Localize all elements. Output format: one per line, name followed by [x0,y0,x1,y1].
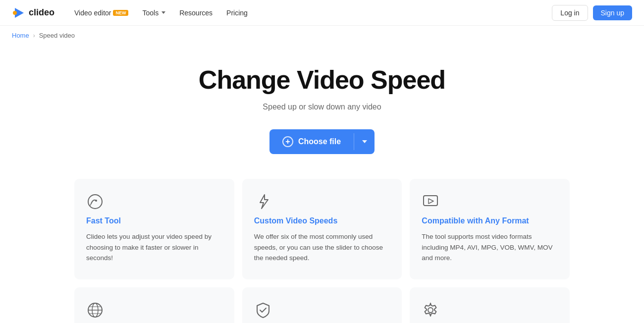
feature-desc-fast-tool: Clideo lets you adjust your video speed … [86,231,222,264]
choose-file-main: + Choose file [269,129,354,154]
nav-links: Video editor NEW Tools Resources Pricing [68,6,552,20]
choose-file-label: Choose file [298,137,341,146]
breadcrumb-separator: › [33,32,35,39]
play-screen-icon [422,193,439,211]
feature-title-custom-speeds: Custom Video Speeds [254,216,390,225]
globe-icon [86,301,104,319]
breadcrumb-home[interactable]: Home [12,32,29,39]
hero-section: Change Video Speed Speed up or slow down… [0,45,644,179]
breadcrumb: Home › Speed video [0,26,644,45]
feature-title-compatible: Compatible with Any Format [422,216,558,225]
nav-resources[interactable]: Resources [173,6,218,20]
features-grid: Fast Tool Clideo lets you adjust your vi… [64,179,580,279]
feature-card-custom-speeds: Custom Video Speeds We offer six of the … [242,179,402,279]
svg-point-1 [13,11,17,15]
new-badge: NEW [113,10,128,16]
plus-circle-icon: + [282,136,293,147]
tools-chevron-icon [161,11,165,14]
nav-pricing[interactable]: Pricing [220,6,254,20]
svg-point-11 [428,308,433,313]
feature-title-fast-tool: Fast Tool [86,216,222,225]
nav-tools[interactable]: Tools [136,6,171,20]
feature-card-compatible-format: Compatible with Any Format The tool supp… [410,179,570,279]
feature-card-fast-tool: Fast Tool Clideo lets you adjust your vi… [74,179,234,279]
login-button[interactable]: Log in [552,5,588,21]
page-title: Change Video Speed [10,65,634,95]
features-grid-bottom: Fully Online Security Encryption Additio… [64,279,580,323]
feature-card-additional-editing: Additional Editing Options [410,287,570,323]
feature-card-fully-online: Fully Online [74,287,234,323]
svg-point-2 [88,195,102,209]
choose-file-chevron-icon [362,140,367,143]
breadcrumb-current: Speed video [39,32,75,39]
brand-name: clideo [29,7,54,18]
choose-file-dropdown-button[interactable] [354,133,375,150]
nav-actions: Log in Sign up [552,5,632,21]
nav-video-editor[interactable]: Video editor NEW [68,6,134,20]
shield-check-icon [254,301,272,319]
lightning-icon [254,193,272,211]
feature-card-security: Security Encryption [242,287,402,323]
svg-marker-5 [429,199,433,204]
choose-file-button[interactable]: + Choose file [269,129,375,154]
navbar: clideo Video editor NEW Tools Resources … [0,0,644,26]
hero-subtitle: Speed up or slow down any video [10,103,634,111]
brand-logo[interactable]: clideo [12,6,54,20]
speedometer-icon [86,193,104,211]
feature-desc-custom-speeds: We offer six of the most commonly used s… [254,231,390,264]
feature-desc-compatible: The tool supports most video formats inc… [422,231,558,264]
gear-icon [422,301,439,319]
clideo-logo-icon [12,6,26,20]
svg-point-3 [95,200,97,202]
svg-rect-4 [424,196,437,206]
signup-button[interactable]: Sign up [593,5,632,20]
